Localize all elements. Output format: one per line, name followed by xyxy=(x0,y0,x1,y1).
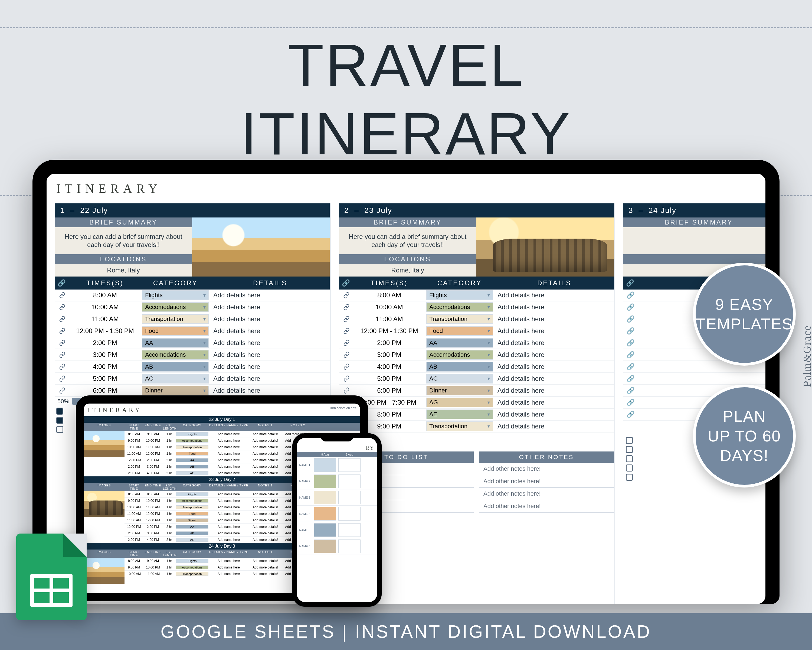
color-swatch-empty[interactable] xyxy=(338,523,360,537)
color-swatch[interactable] xyxy=(314,523,336,537)
color-swatch-empty[interactable] xyxy=(338,540,360,553)
tablet-details-cell[interactable]: Add more details! xyxy=(249,458,281,462)
link-icon[interactable] xyxy=(339,316,354,322)
link-icon[interactable] xyxy=(55,352,70,358)
checkbox[interactable] xyxy=(56,426,63,433)
link-icon[interactable] xyxy=(55,364,70,370)
tablet-name-cell[interactable]: Add name here xyxy=(208,445,249,449)
category-dropdown[interactable]: AC xyxy=(176,538,208,542)
category-dropdown[interactable]: Dinner▾ xyxy=(426,386,493,395)
time-cell[interactable]: 5:00 PM xyxy=(354,375,424,382)
link-icon[interactable] xyxy=(55,292,70,298)
tablet-name-cell[interactable]: Add name here xyxy=(208,572,249,576)
tablet-name-cell[interactable]: Add name here xyxy=(208,512,249,515)
link-icon[interactable] xyxy=(339,304,354,310)
color-swatch[interactable] xyxy=(314,491,336,504)
checkbox[interactable] xyxy=(626,474,633,481)
tablet-details-cell[interactable]: Add more details! xyxy=(249,559,281,563)
category-dropdown[interactable]: Transportation xyxy=(176,445,208,449)
checkbox[interactable] xyxy=(626,446,633,453)
checkbox[interactable] xyxy=(626,437,633,444)
link-icon[interactable] xyxy=(55,340,70,346)
category-dropdown[interactable]: AG▾ xyxy=(426,398,493,407)
link-icon[interactable] xyxy=(339,375,354,382)
category-dropdown[interactable]: Transportation▾ xyxy=(142,314,209,324)
category-dropdown[interactable]: Accomodations▾ xyxy=(426,302,493,312)
color-swatch[interactable] xyxy=(314,540,336,553)
color-swatch-empty[interactable] xyxy=(338,507,360,520)
details-cell[interactable]: Add details here xyxy=(211,315,330,323)
tablet-details-cell[interactable]: Add more details! xyxy=(249,452,281,456)
tablet-name-cell[interactable]: Add name here xyxy=(208,499,249,503)
tablet-name-cell[interactable]: Add name here xyxy=(208,492,249,496)
tablet-name-cell[interactable]: Add name here xyxy=(208,531,249,535)
category-dropdown[interactable]: AB xyxy=(176,465,208,468)
color-toggle-label[interactable]: Turn colors on / off xyxy=(330,406,356,414)
category-dropdown[interactable]: Flights xyxy=(176,492,208,496)
details-cell[interactable]: Add details here xyxy=(211,387,330,394)
category-dropdown[interactable]: Transportation▾ xyxy=(426,314,493,324)
time-cell[interactable]: 4:00 PM xyxy=(354,363,424,370)
tablet-details-cell[interactable]: Add more details! xyxy=(249,566,281,569)
details-cell[interactable]: Add details here xyxy=(495,422,614,430)
tablet-details-cell[interactable]: Add more details! xyxy=(249,525,281,529)
tablet-details-cell[interactable]: Add more details! xyxy=(249,531,281,535)
category-dropdown[interactable]: Accomodations▾ xyxy=(142,302,209,312)
tablet-name-cell[interactable]: Add name here xyxy=(208,566,249,569)
category-dropdown[interactable]: AA▾ xyxy=(426,338,493,348)
details-cell[interactable]: Add details here xyxy=(211,303,330,311)
tablet-name-cell[interactable]: Add name here xyxy=(208,525,249,529)
category-dropdown[interactable]: Food xyxy=(176,452,208,456)
category-dropdown[interactable]: Transportation▾ xyxy=(426,421,493,431)
category-dropdown[interactable]: Dinner xyxy=(176,518,208,522)
tablet-name-cell[interactable]: Add name here xyxy=(208,432,249,436)
tablet-details-cell[interactable]: Add more details! xyxy=(249,512,281,515)
tablet-details-cell[interactable]: Add more details! xyxy=(249,439,281,442)
color-swatch-empty[interactable] xyxy=(338,474,360,488)
category-dropdown[interactable]: Accomodations xyxy=(176,439,208,442)
tablet-details-cell[interactable]: Add more details! xyxy=(249,471,281,475)
details-cell[interactable]: Add details here xyxy=(495,399,614,406)
tablet-name-cell[interactable]: Add name here xyxy=(208,505,249,509)
category-dropdown[interactable]: AB▾ xyxy=(426,362,493,372)
details-cell[interactable]: Add details here xyxy=(495,363,614,370)
link-icon[interactable] xyxy=(339,340,354,346)
details-cell[interactable]: Add details here xyxy=(211,375,330,382)
time-cell[interactable]: 10:00 AM xyxy=(354,303,424,311)
color-swatch[interactable] xyxy=(314,474,336,488)
category-dropdown[interactable]: Accomodations▾ xyxy=(142,350,209,359)
details-cell[interactable]: Add details here xyxy=(211,363,330,370)
category-dropdown[interactable]: AA xyxy=(176,458,208,462)
link-icon[interactable] xyxy=(339,292,354,298)
link-icon[interactable] xyxy=(339,328,354,334)
details-cell[interactable]: Add details here xyxy=(495,315,614,323)
tablet-details-cell[interactable]: Add more details! xyxy=(249,572,281,576)
time-cell[interactable]: 8:00 AM xyxy=(70,291,140,299)
time-cell[interactable]: 8:00 AM xyxy=(354,291,424,299)
link-icon[interactable] xyxy=(339,387,354,394)
details-cell[interactable]: Add details here xyxy=(211,327,330,335)
link-icon[interactable] xyxy=(55,328,70,334)
details-cell[interactable]: Add details here xyxy=(495,303,614,311)
tablet-name-cell[interactable]: Add name here xyxy=(208,559,249,563)
category-dropdown[interactable]: AB▾ xyxy=(142,362,209,372)
checkbox-checked[interactable] xyxy=(56,417,63,424)
time-cell[interactable]: 6:00 PM xyxy=(70,387,140,394)
details-cell[interactable]: Add details here xyxy=(495,291,614,299)
details-cell[interactable]: Add details here xyxy=(211,351,330,359)
other-note-line[interactable]: Add other notes here! xyxy=(479,488,614,500)
details-cell[interactable]: Add details here xyxy=(495,387,614,394)
tablet-name-cell[interactable]: Add name here xyxy=(208,458,249,462)
tablet-details-cell[interactable]: Add more details! xyxy=(249,465,281,468)
category-dropdown[interactable]: Flights▾ xyxy=(426,290,493,300)
category-dropdown[interactable]: Transportation xyxy=(176,572,208,576)
category-dropdown[interactable]: AC▾ xyxy=(426,374,493,384)
tablet-name-cell[interactable]: Add name here xyxy=(208,538,249,542)
category-dropdown[interactable]: AE▾ xyxy=(426,410,493,419)
details-cell[interactable]: Add details here xyxy=(495,351,614,359)
category-dropdown[interactable]: AB xyxy=(176,531,208,535)
category-dropdown[interactable]: Food▾ xyxy=(426,326,493,336)
other-note-line[interactable]: Add other notes here! xyxy=(479,475,614,488)
time-cell[interactable]: 3:00 PM xyxy=(354,351,424,359)
checkbox[interactable] xyxy=(626,465,633,471)
